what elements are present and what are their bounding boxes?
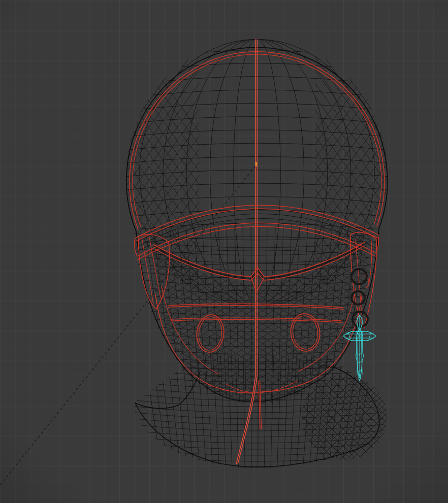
viewport-3d-container: [0, 0, 448, 503]
pivot-point-marker: [255, 162, 258, 166]
viewport-3d[interactable]: [0, 0, 448, 503]
